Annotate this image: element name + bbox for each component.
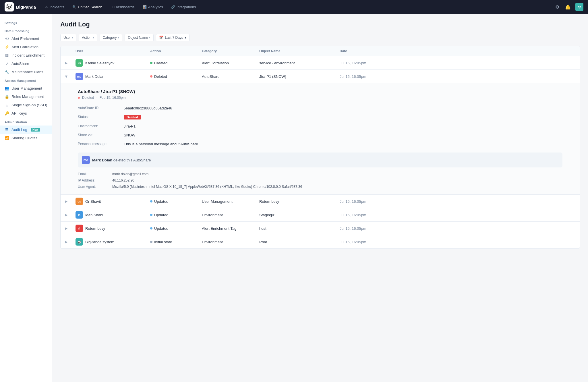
table-row[interactable]: ▶ 🐼 BigPanda system Initial state En xyxy=(61,235,580,248)
avatar: rl xyxy=(76,225,83,232)
sidebar-item-roles-management[interactable]: 🔒 Roles Management xyxy=(0,92,52,101)
row-expand-icon: ▶ xyxy=(61,61,72,65)
sidebar-item-alert-enrichment[interactable]: 🏷 Alert Enrichment xyxy=(0,34,52,43)
action-dot xyxy=(150,75,152,78)
row-expand-icon: ▶ xyxy=(61,200,72,203)
table-row[interactable]: ▶ md Mark Dolan Deleted AutoShare xyxy=(61,70,580,83)
chevron-down-icon: ▾ xyxy=(149,36,150,39)
th-object-name: Object Name xyxy=(256,49,336,53)
settings-button[interactable]: ⚙ xyxy=(554,3,560,11)
td-category: AutoShare xyxy=(198,74,256,79)
section-administration: Administration xyxy=(0,117,52,126)
detail-label-autoshare-id: AutoShare ID: xyxy=(78,105,124,111)
topnav: 🐼 BigPanda ⚠ Incidents 🔍 Unified Search … xyxy=(0,0,588,14)
nav-incidents[interactable]: ⚠ Incidents xyxy=(42,3,68,11)
ip-value: 46.116.252.20 xyxy=(112,178,562,182)
row-expand-icon: ▶ xyxy=(61,240,72,244)
table-row[interactable]: ▶ is Idan Shabi Updated Environment xyxy=(61,208,580,221)
sidebar-item-autoshare[interactable]: ↗ AutoShare xyxy=(0,59,52,68)
users-icon: 👥 xyxy=(5,86,9,90)
incidents-icon: ⚠ xyxy=(45,5,48,9)
nav-analytics[interactable]: 📊 Analytics xyxy=(139,3,167,11)
settings-label: Settings xyxy=(0,18,52,26)
detail-label-personal-message: Personal message: xyxy=(78,141,124,147)
td-action: Updated xyxy=(147,199,198,204)
th-action: Action xyxy=(147,49,198,53)
sidebar-item-audit-log[interactable]: ☰ Audit Log New xyxy=(0,126,52,134)
filter-date[interactable]: 📅 Last 7 Days ▾ xyxy=(156,34,189,41)
notifications-button[interactable]: 🔔 xyxy=(564,3,572,11)
sidebar-item-sharing-quotas[interactable]: 📶 Sharing Quotas xyxy=(0,134,52,142)
dashboards-icon: ⊞ xyxy=(111,5,113,9)
nav-unified-search[interactable]: 🔍 Unified Search xyxy=(69,3,106,11)
wifi-icon: 📶 xyxy=(5,136,9,140)
td-user: rl Rotem Levy xyxy=(72,225,147,232)
td-action: Updated xyxy=(147,226,198,231)
table-row[interactable]: ▶ ks Karine Seleznyov Created Alert C xyxy=(61,56,580,70)
status-badge: Deleted xyxy=(124,114,562,120)
th-date: Date xyxy=(336,49,580,53)
ua-label: User Agent: xyxy=(78,185,112,189)
nav-dashboards[interactable]: ⊞ Dashboards xyxy=(107,3,138,11)
row-expand-icon: ▶ xyxy=(65,71,68,82)
action-dot xyxy=(150,241,152,243)
user-name: Mark Dolan xyxy=(85,74,104,79)
filter-user[interactable]: User ▾ xyxy=(60,34,76,41)
page-title: Audit Log xyxy=(60,21,580,28)
chevron-down-icon: ▾ xyxy=(185,36,186,40)
nav-integrations[interactable]: 🔗 Integrations xyxy=(168,3,200,11)
signin-icon: ⊞ xyxy=(5,103,9,107)
td-object-name: Jira-P1 (SNOW) xyxy=(256,74,336,79)
status-dot xyxy=(78,97,80,99)
lock-icon: 🔒 xyxy=(5,94,9,99)
ip-label: IP Address: xyxy=(78,178,112,182)
td-action: Initial state xyxy=(147,240,198,244)
sidebar-item-maintenance-plans[interactable]: 🔧 Maintenance Plans xyxy=(0,68,52,76)
detail-value-autoshare-id: 5eaafc08c238808d65ad2a46 xyxy=(124,105,562,111)
td-user: is Idan Shabi xyxy=(72,211,147,219)
table-row[interactable]: ▶ os Or Shavit Updated User Managemen xyxy=(61,195,580,208)
ua-value: Mozilla/5.0 (Macintosh; Intel Mac OS X 1… xyxy=(112,185,562,189)
td-object-name: service · environment xyxy=(256,61,336,65)
td-category: Alert Enrichment Tag xyxy=(198,226,256,231)
row-expand-icon: ▶ xyxy=(61,213,72,217)
sidebar-item-sso[interactable]: ⊞ Single Sign-on (SSO) xyxy=(0,101,52,109)
email-label: Email: xyxy=(78,172,112,176)
td-object-name: host xyxy=(256,226,336,231)
action-dot xyxy=(150,214,152,216)
actor-text: Mark Dolan deleted this AutoShare xyxy=(92,158,151,162)
detail-label-share-via: Share via: xyxy=(78,132,124,138)
table-row[interactable]: ▶ rl Rotem Levy Updated Alert Enrichm xyxy=(61,222,580,235)
logo-icon: 🐼 xyxy=(5,2,14,11)
sidebar-item-alert-correlation[interactable]: ⚡ Alert Correlation xyxy=(0,43,52,51)
td-user: os Or Shavit xyxy=(72,198,147,205)
list-icon: ☰ xyxy=(5,128,9,132)
app-logo[interactable]: 🐼 BigPanda xyxy=(5,2,36,11)
action-dot xyxy=(150,62,152,64)
avatar: 🐼 xyxy=(76,238,83,246)
share-icon: ↗ xyxy=(5,61,9,66)
user-avatar[interactable]: bp xyxy=(575,3,583,11)
avatar: os xyxy=(76,198,83,205)
tag-icon: 🏷 xyxy=(5,36,9,41)
detail-value-environment: Jira-P1 xyxy=(124,124,562,129)
detail-value-personal-message: This is a personal message about AutoSha… xyxy=(124,141,562,147)
avatar: md xyxy=(76,73,83,80)
table-row-wrap: ▶ md Mark Dolan Deleted AutoShare xyxy=(61,70,580,195)
app-name: BigPanda xyxy=(16,5,36,9)
filter-category[interactable]: Category ▾ xyxy=(100,34,123,41)
expanded-title: AutoShare / Jira-P1 (SNOW) xyxy=(78,89,562,94)
table-row-wrap: ▶ os Or Shavit Updated User Managemen xyxy=(61,195,580,208)
table-row-wrap: ▶ ks Karine Seleznyov Created Alert C xyxy=(61,56,580,70)
sidebar-item-incident-enrichment[interactable]: ▦ Incident Enrichment xyxy=(0,51,52,59)
avatar: ks xyxy=(76,59,83,67)
expanded-subtitle: Deleted · Feb 15, 16:05pm xyxy=(78,96,562,100)
sidebar-item-user-management[interactable]: 👥 User Management xyxy=(0,84,52,92)
filter-action[interactable]: Action ▾ xyxy=(79,34,97,41)
table-row-wrap: ▶ is Idan Shabi Updated Environment xyxy=(61,208,580,222)
filter-object-name[interactable]: Object Name ▾ xyxy=(125,34,154,41)
expanded-row-content: AutoShare / Jira-P1 (SNOW) Deleted · Feb… xyxy=(61,83,580,194)
sidebar-item-api-keys[interactable]: 🔑 API Keys xyxy=(0,109,52,117)
user-name: BigPanda system xyxy=(85,240,114,244)
td-object-name: Prod xyxy=(256,240,336,244)
